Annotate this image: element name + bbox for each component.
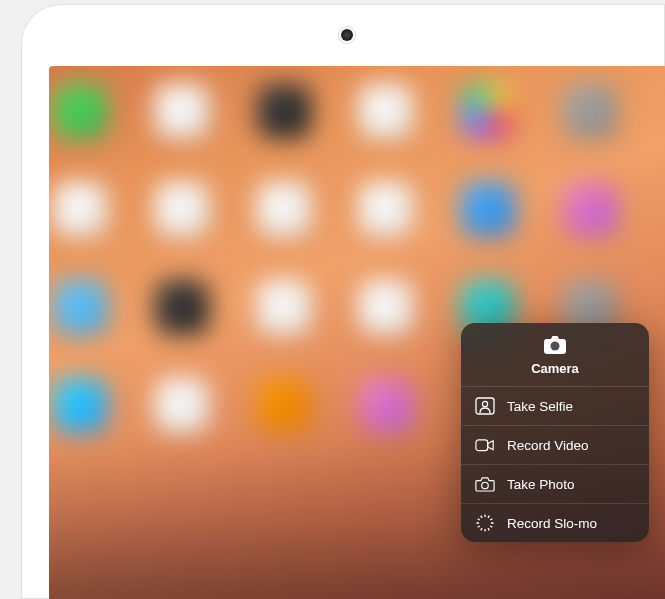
context-menu-title: Camera: [531, 361, 579, 376]
svg-line-14: [478, 526, 480, 527]
slomo-icon: [475, 514, 495, 532]
front-camera: [341, 29, 353, 41]
app-icon-blurred: [53, 182, 107, 236]
menu-item-take-selfie[interactable]: Take Selfie: [461, 387, 649, 426]
context-menu-header: Camera: [461, 323, 649, 387]
app-icon-blurred: [359, 280, 413, 334]
ipad-frame: Camera Take Selfie: [21, 4, 665, 599]
svg-line-8: [490, 519, 492, 520]
menu-item-label: Record Slo-mo: [507, 516, 597, 531]
app-icon-blurred: [257, 280, 311, 334]
svg-line-17: [481, 516, 482, 518]
svg-line-10: [490, 526, 492, 527]
camera-context-menu: Camera Take Selfie: [461, 323, 649, 542]
app-icon-blurred: [359, 378, 413, 432]
app-icon-blurred: [257, 182, 311, 236]
menu-item-label: Record Video: [507, 438, 589, 453]
menu-item-record-slomo[interactable]: Record Slo-mo: [461, 504, 649, 542]
app-icon-blurred: [155, 280, 209, 334]
app-icon-blurred: [257, 84, 311, 138]
app-icon-blurred: [359, 182, 413, 236]
svg-point-1: [551, 342, 560, 351]
app-icon-blurred: [53, 280, 107, 334]
app-icon-blurred: [563, 182, 617, 236]
svg-rect-4: [476, 440, 488, 451]
menu-item-take-photo[interactable]: Take Photo: [461, 465, 649, 504]
video-icon: [475, 436, 495, 454]
menu-item-record-video[interactable]: Record Video: [461, 426, 649, 465]
app-icon-blurred: [155, 378, 209, 432]
app-icon-blurred: [257, 378, 311, 432]
app-icon-blurred: [359, 84, 413, 138]
menu-item-label: Take Photo: [507, 477, 575, 492]
svg-line-13: [481, 528, 482, 530]
app-icon-blurred: [155, 182, 209, 236]
app-icon-blurred: [461, 84, 515, 138]
camera-fill-icon: [543, 335, 567, 355]
menu-item-label: Take Selfie: [507, 399, 573, 414]
selfie-icon: [475, 397, 495, 415]
camera-icon: [475, 475, 495, 493]
app-icon-blurred: [155, 84, 209, 138]
svg-line-7: [488, 516, 489, 518]
svg-line-16: [478, 519, 480, 520]
svg-line-11: [488, 528, 489, 530]
app-icon-blurred: [53, 84, 107, 138]
app-icon-blurred: [53, 378, 107, 432]
svg-point-3: [482, 401, 487, 406]
app-icon-blurred: [461, 182, 515, 236]
home-screen[interactable]: Camera Take Selfie: [49, 66, 665, 599]
svg-point-5: [482, 482, 489, 489]
app-icon-blurred: [563, 84, 617, 138]
